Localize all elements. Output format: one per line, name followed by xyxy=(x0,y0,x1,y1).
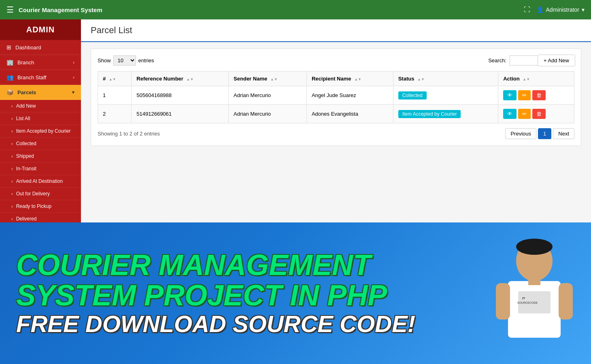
status-badge: Item Accepted by Courier xyxy=(398,110,461,118)
sort-icon: ▲▼ xyxy=(109,77,116,81)
branch-staff-icon: 👥 xyxy=(6,74,13,80)
sidebar-sub-ready-pickup[interactable]: › Ready to Pickup xyxy=(0,200,81,213)
previous-button[interactable]: Previous xyxy=(505,128,536,139)
sidebar-sub-arrived[interactable]: › Arrived At Destination xyxy=(0,175,81,188)
table-footer: Showing 1 to 2 of 2 entries Previous 1 N… xyxy=(98,128,574,139)
banner-subtitle: FREE DOWNLOAD SOURCE CODE! xyxy=(16,311,461,337)
sub-item-label: Out for Delivery xyxy=(16,191,50,197)
svg-rect-8 xyxy=(528,277,540,285)
col-sender[interactable]: Sender Name ▲▼ xyxy=(229,72,307,86)
sidebar-sub-list-all[interactable]: › List All xyxy=(0,112,81,125)
svg-point-1 xyxy=(516,239,553,255)
sidebar-item-label: Parcels xyxy=(17,89,36,95)
sidebar-item-dashboard[interactable]: ⊞ Dashboard xyxy=(0,40,81,55)
chevron-right-icon: › xyxy=(11,154,13,159)
add-new-button[interactable]: + Add New xyxy=(538,55,575,66)
nav-icons: ⛶ 👤 Administrator ▾ xyxy=(524,6,585,13)
cell-recipient: Adones Evangelista xyxy=(306,105,393,123)
branch-icon: 🏢 xyxy=(6,59,13,66)
banner-text: COURIER MANAGEMENT SYSTEM PROJECT IN PHP… xyxy=(0,238,478,349)
cell-sender: Adrian Mercurio xyxy=(229,86,307,105)
sub-item-label: Item Accepted by Courier xyxy=(16,128,71,134)
col-action[interactable]: Action ▲▼ xyxy=(498,72,574,86)
sort-icon: ▲▼ xyxy=(354,77,361,81)
page-1-button[interactable]: 1 xyxy=(538,128,551,139)
sort-icon: ▲▼ xyxy=(187,77,194,81)
next-button[interactable]: Next xyxy=(553,128,574,139)
person-avatar: IT SOURCECODE xyxy=(490,229,579,358)
cell-sender: Adrian Mercurio xyxy=(229,105,307,123)
showing-text: Showing 1 to 2 of 2 entries xyxy=(98,131,160,137)
sub-item-label: In-Transit xyxy=(16,166,36,171)
table-controls: Show 10 25 50 100 entries Search: xyxy=(98,55,574,66)
sidebar-item-parcels[interactable]: 📦 Parcels ▾ xyxy=(0,85,81,100)
svg-rect-4 xyxy=(559,283,573,320)
sub-item-label: Delivered xyxy=(16,216,37,222)
expand-icon[interactable]: ⛶ xyxy=(524,6,530,13)
chevron-right-icon: › xyxy=(11,216,13,221)
sidebar-sub-out-delivery[interactable]: › Out for Delivery xyxy=(0,188,81,200)
sidebar-sub-add-new[interactable]: › Add New xyxy=(0,100,81,112)
entries-select[interactable]: 10 25 50 100 xyxy=(113,55,136,66)
parcel-table: # ▲▼ Reference Number ▲▼ Sender Name ▲▼ xyxy=(98,71,574,123)
sub-item-label: Collected xyxy=(16,141,36,146)
banner-person: IT SOURCECODE xyxy=(478,229,591,358)
edit-button[interactable]: ✏ xyxy=(518,109,531,119)
top-navbar: ☰ Courier Management System ⛶ 👤 Administ… xyxy=(0,0,591,19)
user-chevron-icon: ▾ xyxy=(582,6,585,13)
chevron-right-icon: › xyxy=(11,116,13,121)
page-header: Parcel List xyxy=(81,19,591,42)
sidebar-sub-item-accepted[interactable]: › Item Accepted by Courier xyxy=(0,125,81,138)
sort-icon: ▲▼ xyxy=(417,77,425,81)
col-status[interactable]: Status ▲▼ xyxy=(393,72,498,86)
chevron-right-icon: › xyxy=(11,179,13,184)
view-button[interactable]: 👁 xyxy=(503,90,517,100)
dashboard-icon: ⊞ xyxy=(6,44,11,51)
chevron-right-icon: › xyxy=(73,75,74,80)
edit-button[interactable]: ✏ xyxy=(518,90,531,100)
pagination: Previous 1 Next xyxy=(505,128,574,139)
banner-title-line2: SYSTEM PROJECT IN PHP xyxy=(16,280,461,311)
banner-title-line1: COURIER MANAGEMENT xyxy=(16,250,461,281)
table-row: 1 505604168988 Adrian Mercurio Angel Jud… xyxy=(98,86,574,105)
content-area: + Add New Show 10 25 50 100 entries Sear… xyxy=(81,42,591,152)
view-button[interactable]: 👁 xyxy=(503,109,517,119)
delete-button[interactable]: 🗑 xyxy=(532,90,546,100)
col-recipient[interactable]: Recipient Name ▲▼ xyxy=(306,72,393,86)
user-menu[interactable]: 👤 Administrator ▾ xyxy=(537,6,585,13)
sidebar-item-label: Branch xyxy=(17,59,34,66)
sidebar-sub-shipped[interactable]: › Shipped xyxy=(0,150,81,163)
sort-icon: ▲▼ xyxy=(270,77,278,81)
col-num[interactable]: # ▲▼ xyxy=(98,72,132,86)
entries-label: entries xyxy=(138,57,154,63)
search-label: Search: xyxy=(488,57,506,63)
chevron-right-icon: › xyxy=(11,141,13,146)
sidebar-sub-collected[interactable]: › Collected xyxy=(0,138,81,150)
user-label: Administrator xyxy=(546,6,579,13)
chevron-down-icon: ▾ xyxy=(72,90,74,95)
chevron-right-icon: › xyxy=(73,60,74,65)
action-buttons: 👁 ✏ 🗑 xyxy=(503,90,569,100)
parcel-list-card: + Add New Show 10 25 50 100 entries Sear… xyxy=(91,49,581,146)
col-ref[interactable]: Reference Number ▲▼ xyxy=(132,72,229,86)
sidebar-sub-in-transit[interactable]: › In-Transit xyxy=(0,163,81,175)
user-icon: 👤 xyxy=(537,6,544,13)
svg-text:IT: IT xyxy=(522,296,525,300)
cell-num: 1 xyxy=(98,86,132,105)
sidebar-item-branch-staff[interactable]: 👥 Branch Staff › xyxy=(0,70,81,85)
sub-item-label: List All xyxy=(16,116,30,121)
table-header-row: # ▲▼ Reference Number ▲▼ Sender Name ▲▼ xyxy=(98,72,574,86)
delete-button[interactable]: 🗑 xyxy=(532,109,546,119)
hamburger-icon[interactable]: ☰ xyxy=(6,5,14,15)
cell-ref: 514912669061 xyxy=(132,105,229,123)
status-badge: Collected xyxy=(398,91,427,99)
sub-item-label: Ready to Pickup xyxy=(16,203,51,209)
chevron-right-icon: › xyxy=(11,166,13,171)
table-row: 2 514912669061 Adrian Mercurio Adones Ev… xyxy=(98,105,574,123)
cell-status: Collected xyxy=(393,86,498,105)
svg-text:SOURCECODE: SOURCECODE xyxy=(517,301,538,304)
cell-action: 👁 ✏ 🗑 xyxy=(498,105,574,123)
chevron-right-icon: › xyxy=(11,129,13,133)
show-label: Show xyxy=(98,57,111,63)
sidebar-item-branch[interactable]: 🏢 Branch › xyxy=(0,55,81,70)
